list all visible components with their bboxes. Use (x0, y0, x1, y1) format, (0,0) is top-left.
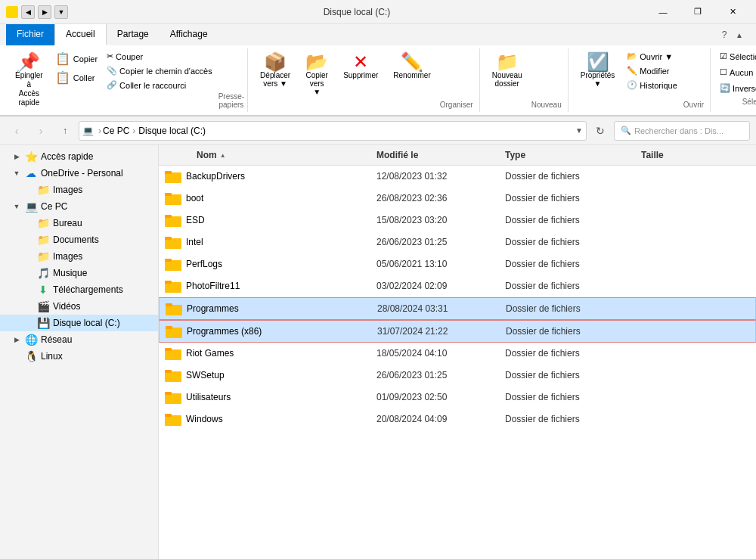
table-row[interactable]: ESD 15/08/2023 03:20 Dossier de fichiers (159, 210, 756, 231)
selectionner-tout-btn[interactable]: ☑ Sélectionner tout (717, 50, 756, 63)
sidebar-item-linux[interactable]: 🐧 Linux (0, 348, 158, 365)
couper-btn[interactable]: ✂ Couper (104, 50, 215, 63)
maximize-button[interactable]: ❐ (680, 0, 715, 24)
table-row[interactable]: boot 26/08/2023 02:36 Dossier de fichier… (159, 188, 756, 210)
onedrive-label: OneDrive - Personal (41, 168, 123, 179)
address-dropdown-arrow[interactable]: ▼ (575, 126, 583, 135)
table-row[interactable]: Windows 20/08/2024 04:09 Dossier de fich… (159, 408, 756, 430)
file-modified: 15/08/2023 03:20 (370, 213, 499, 227)
organiser-group: 📦 Déplacervers ▼ 📂 Copiervers ▼ ✕ Suppri… (248, 48, 480, 112)
ouvrir-btn[interactable]: 📂 Ouvrir ▼ (624, 50, 680, 63)
reseau-icon: 🌐 (24, 334, 38, 346)
address-path-bar[interactable]: 💻 › Ce PC › Disque local (C:) ▼ (79, 121, 587, 141)
aucun-btn[interactable]: ☐ Aucun (717, 66, 756, 79)
ribbon-collapse-btn[interactable]: ▲ (732, 27, 747, 42)
expand-reseau[interactable]: ▶ (12, 336, 21, 343)
file-name: Programmes (187, 303, 239, 314)
svg-rect-18 (165, 371, 181, 382)
proprietes-label: Propriétés ▼ (581, 71, 615, 88)
deplacer-btn[interactable]: 📦 Déplacervers ▼ (254, 50, 296, 91)
address-cepc: Ce PC (103, 126, 129, 136)
table-row[interactable]: PerfLogs 05/06/2021 13:10 Dossier de fic… (159, 253, 756, 275)
tab-affichage[interactable]: Affichage (160, 24, 218, 45)
sidebar-item-reseau[interactable]: ▶ 🌐 Réseau (0, 331, 158, 348)
forward-button[interactable]: › (30, 120, 51, 141)
modifier-label: Modifier (640, 67, 669, 76)
coller-btn[interactable]: 📋 Coller (52, 69, 101, 86)
sidebar-item-musique[interactable]: 🎵 Musique (0, 265, 158, 281)
file-size (635, 219, 756, 222)
file-name: Riot Games (186, 348, 234, 359)
copier-vers-btn[interactable]: 📂 Copiervers ▼ (299, 50, 334, 99)
table-row[interactable]: Intel 26/06/2023 01:25 Dossier de fichie… (159, 231, 756, 253)
deplacer-btn-wrapper: 📦 Déplacervers ▼ (254, 50, 296, 110)
table-row[interactable]: Utilisateurs 01/09/2023 02:50 Dossier de… (159, 387, 756, 408)
sidebar-item-bureau[interactable]: 📁 Bureau (0, 215, 158, 231)
col-header-name[interactable]: Nom ▲ (159, 148, 370, 162)
table-row[interactable]: SWSetup 26/06/2023 01:25 Dossier de fich… (159, 365, 756, 387)
sidebar-item-ce-pc[interactable]: ▼ 💻 Ce PC (0, 198, 158, 215)
presse-papiers-label: Presse-papiers (218, 92, 244, 110)
sidebar-item-acces-rapide[interactable]: ▶ ⭐ Accès rapide (0, 148, 158, 165)
copier-chemin-btn[interactable]: 📎 Copier le chemin d'accès (104, 64, 215, 77)
sidebar-item-telechargements[interactable]: ⬇ Téléchargements (0, 281, 158, 298)
images-od-label: Images (53, 185, 82, 195)
videos-label: Vidéos (53, 301, 80, 312)
coller-raccourci-btn[interactable]: 🔗 Coller le raccourci (104, 79, 215, 92)
supprimer-btn[interactable]: ✕ Supprimer (337, 50, 384, 82)
copier-icon: 📋 (55, 51, 70, 66)
nouveau-dossier-btn[interactable]: 📁 Nouveaudossier (486, 50, 528, 91)
tb-forward-btn[interactable]: ▶ (38, 5, 51, 19)
sidebar-item-documents[interactable]: 📁 Documents (0, 231, 158, 248)
tab-accueil[interactable]: Accueil (54, 24, 107, 45)
close-button[interactable]: ✕ (715, 0, 750, 24)
sidebar-item-videos[interactable]: 🎬 Vidéos (0, 298, 158, 315)
search-box[interactable]: 🔍 Rechercher dans : Dis... (614, 121, 750, 141)
minimize-button[interactable]: — (646, 0, 680, 24)
modifier-btn[interactable]: ✏️ Modifier (624, 64, 680, 77)
linux-label: Linux (41, 351, 63, 362)
selectionner-tout-label: Sélectionner tout (730, 52, 756, 61)
table-row[interactable]: Programmes (x86) 31/07/2024 21:22 Dossie… (159, 320, 756, 343)
tab-partage[interactable]: Partage (107, 24, 160, 45)
sidebar-item-images[interactable]: 📁 Images (0, 248, 158, 265)
file-name: PhotoFiltre11 (186, 281, 240, 291)
sidebar-item-onedrive[interactable]: ▼ ☁ OneDrive - Personal (0, 165, 158, 182)
expand-onedrive[interactable]: ▼ (12, 169, 21, 177)
tb-back-btn[interactable]: ◀ (21, 5, 35, 19)
sidebar-item-disque-local[interactable]: 💾 Disque local (C:) (0, 315, 158, 331)
table-row[interactable]: Programmes 28/08/2024 03:31 Dossier de f… (159, 297, 756, 320)
clipboard-mini-btns: ✂ Couper 📎 Copier le chemin d'accès 🔗 Co… (104, 50, 215, 110)
expand-acces-rapide[interactable]: ▶ (12, 153, 21, 160)
up-button[interactable]: ↑ (54, 120, 76, 141)
table-row[interactable]: Riot Games 18/05/2024 04:10 Dossier de f… (159, 343, 756, 365)
renommer-btn[interactable]: ✏️ Renommer (387, 50, 436, 82)
col-header-size[interactable]: Taille (635, 148, 756, 162)
table-row[interactable]: PhotoFiltre11 03/02/2024 02:09 Dossier d… (159, 275, 756, 297)
file-size (635, 352, 756, 355)
ribbon-help-btn[interactable]: ? (717, 27, 732, 42)
disque-local-icon: 💾 (36, 317, 50, 329)
epingler-btn[interactable]: 📌 Épingler àAccès rapide (9, 50, 49, 110)
sidebar-item-images-od[interactable]: 📁 Images (0, 182, 158, 198)
file-size (635, 175, 756, 178)
table-row[interactable]: BackupDrivers 12/08/2023 01:32 Dossier d… (159, 166, 756, 188)
svg-rect-12 (166, 305, 182, 315)
refresh-button[interactable]: ↻ (590, 120, 611, 141)
expand-ce-pc[interactable]: ▼ (12, 203, 21, 210)
copier-btn[interactable]: 📋 Copier (52, 50, 101, 67)
proprietes-btn[interactable]: ☑️ Propriétés ▼ (575, 50, 621, 91)
file-name-cell: Riot Games (159, 345, 370, 362)
videos-icon: 🎬 (36, 300, 50, 312)
tb-down-btn[interactable]: ▼ (54, 5, 68, 19)
window-title: Disque local (C:) (68, 7, 646, 17)
tab-fichier[interactable]: Fichier (6, 24, 54, 45)
historique-btn[interactable]: 🕐 Historique (624, 79, 680, 92)
address-bar: ‹ › ↑ 💻 › Ce PC › Disque local (C:) ▼ ↻ … (0, 116, 756, 145)
svg-rect-21 (165, 392, 172, 395)
inverser-btn[interactable]: 🔄 Inverser la sélection (717, 82, 756, 95)
col-header-type[interactable]: Type (499, 148, 635, 162)
coller-icon: 📋 (55, 70, 70, 85)
col-header-modified[interactable]: Modifié le (370, 148, 499, 162)
back-button[interactable]: ‹ (6, 120, 27, 141)
